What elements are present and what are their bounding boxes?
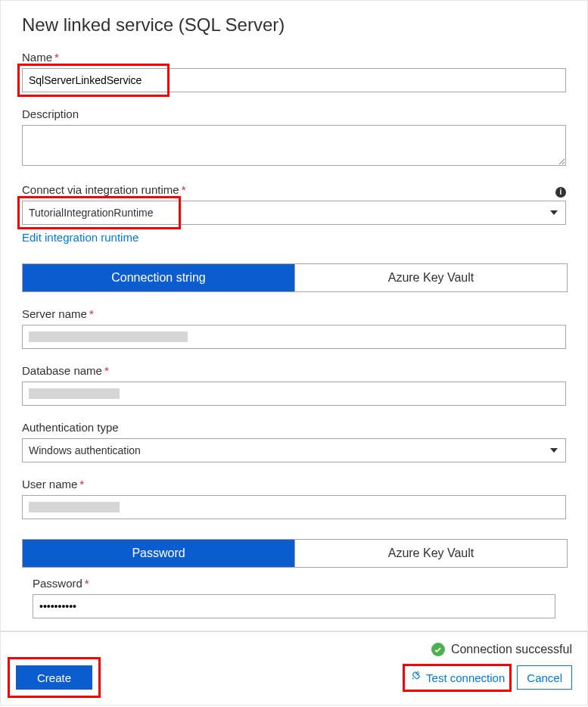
user-name-label: User name* — [22, 478, 566, 491]
password-input[interactable] — [33, 594, 555, 618]
description-input[interactable] — [22, 125, 566, 166]
info-icon[interactable]: i — [555, 187, 566, 198]
name-input[interactable] — [22, 68, 566, 92]
cancel-button[interactable]: Cancel — [517, 665, 572, 690]
database-name-label: Database name* — [22, 364, 566, 377]
password-method-tabs: Password Azure Key Vault — [22, 539, 568, 568]
check-icon — [431, 643, 445, 656]
create-button[interactable]: Create — [16, 665, 92, 690]
tab-connection-string[interactable]: Connection string — [23, 264, 294, 291]
test-connection-button[interactable]: Test connection — [409, 671, 505, 685]
footer-bar: Create Connection successful Test connec… — [0, 631, 588, 705]
connection-status: Connection successful — [92, 643, 572, 656]
auth-type-select[interactable]: Windows authentication — [22, 438, 566, 463]
integration-runtime-label: Connect via integration runtime* — [22, 183, 185, 196]
name-label: Name* — [22, 51, 566, 64]
page-title: New linked service (SQL Server) — [22, 14, 566, 36]
auth-type-label: Authentication type — [22, 421, 566, 434]
plug-icon — [409, 671, 422, 685]
integration-runtime-select[interactable]: TutorialIntegrationRuntime — [22, 201, 566, 225]
linked-service-panel: New linked service (SQL Server) Name* De… — [0, 0, 588, 631]
tab-azure-key-vault-pwd[interactable]: Azure Key Vault — [294, 540, 567, 567]
connection-method-tabs: Connection string Azure Key Vault — [22, 263, 568, 292]
tab-azure-key-vault-conn[interactable]: Azure Key Vault — [294, 264, 567, 291]
server-name-label: Server name* — [22, 307, 566, 320]
password-label: Password* — [33, 577, 566, 590]
server-name-input[interactable] — [22, 325, 566, 349]
tab-password[interactable]: Password — [23, 540, 294, 567]
user-name-input[interactable] — [22, 495, 566, 519]
description-label: Description — [22, 107, 566, 120]
database-name-input[interactable] — [22, 382, 566, 406]
edit-integration-runtime-link[interactable]: Edit integration runtime — [22, 231, 138, 244]
chevron-down-icon — [550, 448, 558, 453]
chevron-down-icon — [550, 210, 558, 215]
